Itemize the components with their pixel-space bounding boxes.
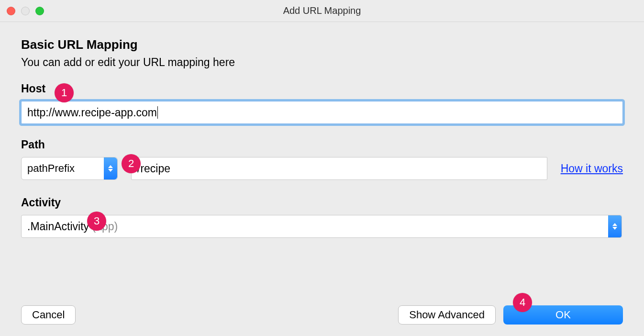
- dialog-content: Basic URL Mapping You can add or edit yo…: [0, 22, 644, 238]
- select-stepper-icon: [608, 215, 622, 237]
- host-input[interactable]: http://www.recipe-app.com: [21, 101, 623, 124]
- chevron-up-icon: [612, 223, 617, 226]
- path-input[interactable]: /recipe: [131, 157, 547, 180]
- titlebar: Add URL Mapping: [0, 0, 644, 22]
- select-stepper-icon: [104, 157, 117, 179]
- host-input-value: http://www.recipe-app.com: [27, 106, 157, 119]
- window-title: Add URL Mapping: [0, 5, 644, 16]
- cancel-button[interactable]: Cancel: [21, 305, 76, 325]
- section-title: Basic URL Mapping: [21, 37, 623, 52]
- path-type-value: pathPrefix: [27, 162, 78, 175]
- annotation-badge-4: 4: [513, 293, 532, 312]
- dialog-footer: Cancel Show Advanced OK: [21, 305, 623, 325]
- host-label: Host: [21, 82, 623, 95]
- path-label: Path: [21, 138, 623, 151]
- path-input-value: /recipe: [137, 162, 170, 175]
- annotation-badge-2: 2: [122, 154, 141, 173]
- text-caret-icon: [157, 106, 158, 119]
- activity-label: Activity: [21, 196, 623, 209]
- show-advanced-button[interactable]: Show Advanced: [398, 305, 496, 325]
- chevron-down-icon: [612, 227, 617, 230]
- chevron-down-icon: [108, 169, 113, 172]
- path-type-select[interactable]: pathPrefix: [21, 157, 118, 180]
- activity-main: .MainActivity: [27, 220, 89, 233]
- section-description: You can add or edit your URL mapping her…: [21, 56, 623, 69]
- chevron-up-icon: [108, 165, 113, 168]
- annotation-badge-3: 3: [87, 212, 106, 231]
- activity-select[interactable]: .MainActivity (app): [21, 215, 622, 238]
- how-it-works-link[interactable]: How it works: [561, 162, 623, 175]
- annotation-badge-1: 1: [55, 83, 74, 102]
